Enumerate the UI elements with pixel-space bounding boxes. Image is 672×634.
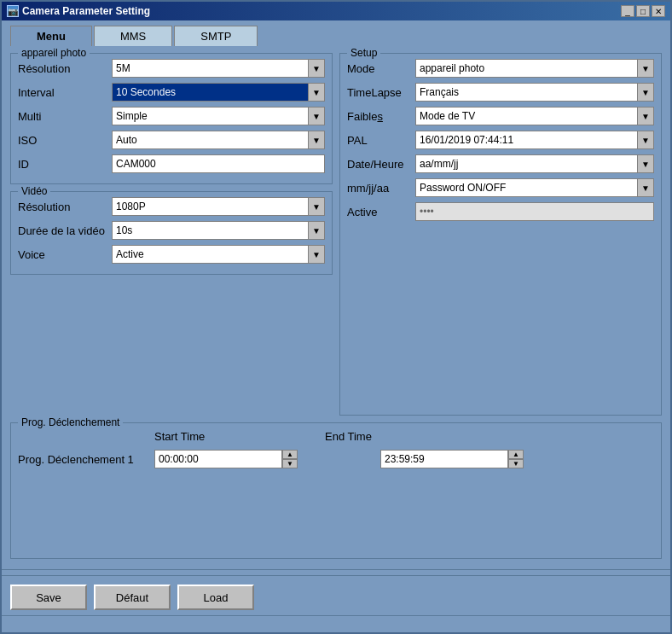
label-active: Active xyxy=(347,206,415,218)
window-icon: 📷 xyxy=(7,5,19,17)
load-button[interactable]: Load xyxy=(177,585,254,610)
select-duree-wrapper: 10s ▼ xyxy=(112,221,325,240)
row-date-heure: Date/Heure aa/mm/jj ▼ xyxy=(347,154,654,173)
select-resolution-video[interactable]: 1080P xyxy=(112,197,325,216)
select-multi-wrapper: Simple ▼ xyxy=(112,107,325,125)
label-duree: Durée de la vidéo xyxy=(18,224,112,237)
footer-separator xyxy=(2,569,670,576)
select-resolution-photo[interactable]: 5M xyxy=(112,59,325,78)
defaut-button[interactable]: Défaut xyxy=(94,585,171,610)
prog-col-label-empty xyxy=(18,430,154,443)
label-date-heure: Date/Heure xyxy=(347,158,415,171)
start-time-up-button[interactable]: ▲ xyxy=(282,450,298,459)
group-appareil-photo-title: appareil photo xyxy=(18,47,90,59)
label-resolution-photo: Résolution xyxy=(18,62,112,75)
select-timelapse[interactable]: Français xyxy=(415,83,654,102)
select-pal[interactable]: 16/01/2019 07:44:11 xyxy=(415,131,654,149)
select-duree[interactable]: 10s xyxy=(112,221,325,240)
row-faibles: Faibles Mode de TV ▼ xyxy=(347,107,654,125)
row-multi: Multi Simple ▼ xyxy=(18,107,325,125)
select-multi[interactable]: Simple xyxy=(112,107,325,125)
end-time-spinner: ▲ ▼ xyxy=(508,450,524,468)
select-mmjjaa-wrapper: Password ON/OFF ▼ xyxy=(415,178,654,197)
end-time-input[interactable] xyxy=(380,450,508,468)
group-appareil-photo: appareil photo Résolution 5M ▼ In xyxy=(10,53,333,184)
title-controls: _ □ ✕ xyxy=(621,5,665,17)
row-active: Active xyxy=(347,202,654,221)
maximize-button[interactable]: □ xyxy=(636,5,650,17)
select-faibles-wrapper: Mode de TV ▼ xyxy=(415,107,654,125)
row-interval: Interval 10 Secondes ▼ xyxy=(18,83,325,102)
button-bar: Save Défaut Load xyxy=(2,579,670,615)
group-setup-title: Setup xyxy=(347,47,380,59)
row-iso: ISO Auto ▼ xyxy=(18,131,325,149)
input-id[interactable] xyxy=(112,154,325,173)
select-faibles[interactable]: Mode de TV xyxy=(415,107,654,125)
start-time-wrapper: ▲ ▼ xyxy=(154,450,312,468)
label-id: ID xyxy=(18,158,112,171)
label-interval: Interval xyxy=(18,86,112,99)
tab-menu[interactable]: Menu xyxy=(10,26,92,46)
select-pal-wrapper: 16/01/2019 07:44:11 ▼ xyxy=(415,131,654,149)
row-mode: Mode appareil photo ▼ xyxy=(347,59,654,78)
row-timelapse: TimeLapse Français ▼ xyxy=(347,83,654,102)
tab-smtp[interactable]: SMTP xyxy=(174,26,258,46)
row-mmjjaa: mm/jj/aa Password ON/OFF ▼ xyxy=(347,178,654,197)
label-timelapse: TimeLapse xyxy=(347,86,415,99)
close-button[interactable]: ✕ xyxy=(652,5,665,17)
end-time-up-button[interactable]: ▲ xyxy=(508,450,524,459)
select-interval-wrapper: 10 Secondes ▼ xyxy=(112,83,325,102)
label-resolution-video: Résolution xyxy=(18,201,112,213)
status-bar xyxy=(2,615,670,632)
label-voice: Voice xyxy=(18,248,112,261)
main-panels: appareil photo Résolution 5M ▼ In xyxy=(10,53,662,416)
label-iso: ISO xyxy=(18,134,112,147)
row-id: ID xyxy=(18,154,325,173)
row-duree: Durée de la vidéo 10s ▼ xyxy=(18,221,325,240)
input-active-password[interactable] xyxy=(415,202,654,221)
label-pal: PAL xyxy=(347,134,415,147)
main-content: appareil photo Résolution 5M ▼ In xyxy=(2,46,670,566)
save-button[interactable]: Save xyxy=(10,585,87,610)
label-faibles: Faibles xyxy=(347,110,415,123)
group-video-title: Vidéo xyxy=(18,185,50,197)
row-pal: PAL 16/01/2019 07:44:11 ▼ xyxy=(347,131,654,149)
select-iso[interactable]: Auto xyxy=(112,131,325,149)
end-time-label: End Time xyxy=(325,430,372,443)
select-voice[interactable]: Active xyxy=(112,245,325,264)
title-bar: 📷 Camera Parameter Setting _ □ ✕ xyxy=(2,2,670,20)
window-title: Camera Parameter Setting xyxy=(22,5,150,17)
label-mode: Mode xyxy=(347,62,415,75)
start-time-down-button[interactable]: ▼ xyxy=(282,459,298,468)
start-time-input[interactable] xyxy=(154,450,282,468)
start-time-spinner: ▲ ▼ xyxy=(282,450,298,468)
select-timelapse-wrapper: Français ▼ xyxy=(415,83,654,102)
select-mode-wrapper: appareil photo ▼ xyxy=(415,59,654,78)
select-voice-wrapper: Active ▼ xyxy=(112,245,325,264)
select-resolution-video-wrapper: 1080P ▼ xyxy=(112,197,325,216)
minimize-button[interactable]: _ xyxy=(621,5,634,17)
select-iso-wrapper: Auto ▼ xyxy=(112,131,325,149)
group-prog-declenchement: Prog. Déclenchement Start Time End Time … xyxy=(10,422,662,559)
label-mmjjaa: mm/jj/aa xyxy=(347,182,415,195)
prog-header-row: Start Time End Time xyxy=(18,430,654,443)
select-date-heure-wrapper: aa/mm/jj ▼ xyxy=(415,154,654,173)
end-time-down-button[interactable]: ▼ xyxy=(508,459,524,468)
start-time-label: Start Time xyxy=(154,430,205,443)
panel-right: Setup Mode appareil photo ▼ TimeL xyxy=(339,53,662,416)
select-mode[interactable]: appareil photo xyxy=(415,59,654,78)
main-window: 📷 Camera Parameter Setting _ □ ✕ Menu MM… xyxy=(0,0,672,634)
tab-mms[interactable]: MMS xyxy=(94,26,172,46)
group-setup: Setup Mode appareil photo ▼ TimeL xyxy=(339,53,662,416)
row-voice: Voice Active ▼ xyxy=(18,245,325,264)
select-date-heure[interactable]: aa/mm/jj xyxy=(415,154,654,173)
prog-row-1-label: Prog. Déclenchement 1 xyxy=(18,453,154,466)
select-interval[interactable]: 10 Secondes xyxy=(112,83,325,102)
label-multi: Multi xyxy=(18,110,112,123)
row-resolution-video: Résolution 1080P ▼ xyxy=(18,197,325,216)
group-video: Vidéo Résolution 1080P ▼ Durée de xyxy=(10,191,333,275)
select-mmjjaa[interactable]: Password ON/OFF xyxy=(415,178,654,197)
prog-row-1: Prog. Déclenchement 1 ▲ ▼ ▲ ▼ xyxy=(18,450,654,468)
row-resolution-photo: Résolution 5M ▼ xyxy=(18,59,325,78)
select-resolution-photo-wrapper: 5M ▼ xyxy=(112,59,325,78)
